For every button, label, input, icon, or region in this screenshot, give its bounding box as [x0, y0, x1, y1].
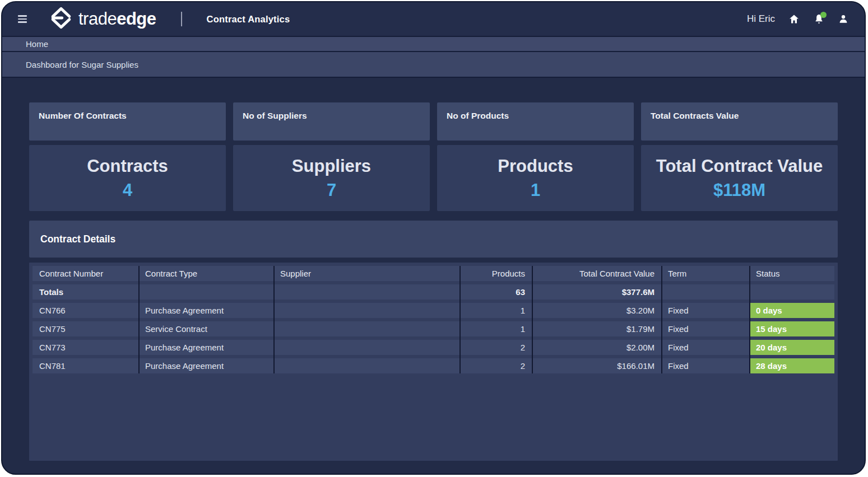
brand-logo-icon	[49, 6, 73, 32]
cell-total-value: $3.20M	[532, 303, 661, 318]
page-title: Contract Analytics	[207, 14, 290, 25]
kpi-card-body: Total Contract Value $118M	[641, 145, 838, 211]
cell-products: 2	[459, 340, 532, 355]
kpi-card-row: Number Of Contracts Contracts 4 No of Su…	[29, 102, 838, 211]
section-title: Contract Details	[40, 233, 115, 245]
cell-term: Fixed	[661, 303, 749, 318]
status-badge: 0 days	[749, 303, 834, 318]
column-separator	[661, 266, 662, 373]
status-badge: 28 days	[749, 358, 834, 373]
cell-total-value: $1.79M	[532, 321, 661, 336]
cell-products: 1	[459, 321, 532, 336]
column-header-contract-type[interactable]: Contract Type	[138, 266, 273, 281]
column-separator	[749, 266, 750, 373]
column-separator	[138, 266, 140, 373]
nav-home-label: Home	[26, 39, 48, 49]
cell-supplier	[273, 358, 459, 373]
cell-total-value: $166.01M	[532, 358, 661, 373]
user-icon[interactable]	[838, 13, 849, 25]
table-row[interactable]: CN773 Purchase Agreement 2 $2.00M Fixed …	[33, 340, 834, 355]
contract-details-panel: Contract Number Contract Type Supplier P…	[29, 263, 838, 461]
table-header-row: Contract Number Contract Type Supplier P…	[33, 266, 834, 281]
table-row[interactable]: CN766 Purchase Agreement 1 $3.20M Fixed …	[33, 303, 834, 318]
user-greeting: Hi Eric	[747, 13, 775, 25]
cell-products: 1	[459, 303, 532, 318]
status-badge: 20 days	[749, 340, 834, 355]
cell-products: 2	[459, 358, 532, 373]
kpi-card-body: Suppliers 7	[233, 145, 430, 211]
breadcrumb: Dashboard for Sugar Supplies	[2, 51, 865, 78]
kpi-value: 1	[531, 180, 540, 200]
column-separator	[273, 266, 275, 373]
kpi-card-body: Contracts 4	[29, 145, 226, 211]
cell-contract-type: Service Contract	[138, 321, 273, 336]
cell-contract-type: Purchase Agreement	[138, 303, 273, 318]
cell-supplier	[273, 321, 459, 336]
column-header-contract-number[interactable]: Contract Number	[33, 266, 138, 281]
kpi-card-body: Products 1	[437, 145, 634, 211]
contracts-table: Contract Number Contract Type Supplier P…	[33, 266, 834, 373]
kpi-title: Products	[498, 156, 573, 176]
topbar-actions: Hi Eric	[747, 13, 849, 25]
bell-icon[interactable]	[813, 13, 824, 25]
table-totals-row: Totals 63 $377.6M	[33, 284, 834, 300]
totals-supplier	[273, 284, 459, 300]
column-separator	[459, 266, 461, 373]
kpi-card-header: No of Products	[437, 102, 634, 141]
cell-contract-number: CN775	[33, 321, 138, 336]
column-header-supplier[interactable]: Supplier	[273, 266, 459, 281]
cell-term: Fixed	[661, 358, 749, 373]
cell-contract-number: CN781	[33, 358, 138, 373]
table-row[interactable]: CN775 Service Contract 1 $1.79M Fixed 15…	[33, 321, 834, 336]
app-window: tradeedge Contract Analytics Hi Eric Hom…	[1, 1, 866, 475]
cell-contract-type: Purchase Agreement	[138, 358, 273, 373]
totals-status	[749, 284, 834, 300]
cell-term: Fixed	[661, 340, 749, 355]
cell-supplier	[273, 303, 459, 318]
kpi-title: Contracts	[87, 156, 168, 176]
kpi-card-header: Number Of Contracts	[29, 102, 226, 141]
kpi-value: $118M	[713, 180, 765, 200]
cell-term: Fixed	[661, 321, 749, 336]
column-header-term[interactable]: Term	[661, 266, 749, 281]
cell-supplier	[273, 340, 459, 355]
kpi-card-contracts: Number Of Contracts Contracts 4	[29, 102, 226, 211]
nav-item-home[interactable]: Home	[2, 36, 865, 51]
cell-total-value: $2.00M	[532, 340, 661, 355]
section-header-contract-details: Contract Details	[29, 221, 838, 258]
brand-name: tradeedge	[78, 9, 156, 29]
main-content: Number Of Contracts Contracts 4 No of Su…	[2, 78, 865, 461]
kpi-card-products: No of Products Products 1	[437, 102, 634, 211]
notification-dot	[820, 12, 827, 18]
title-separator	[181, 12, 182, 26]
home-icon[interactable]	[788, 13, 800, 25]
column-header-total-value[interactable]: Total Contract Value	[532, 266, 661, 281]
kpi-card-suppliers: No of Suppliers Suppliers 7	[233, 102, 430, 211]
totals-products: 63	[459, 284, 532, 300]
hamburger-menu-icon[interactable]	[18, 15, 27, 23]
cell-contract-type: Purchase Agreement	[138, 340, 273, 355]
breadcrumb-current: Dashboard for Sugar Supplies	[26, 60, 138, 69]
totals-type	[138, 284, 273, 300]
totals-total-value: $377.6M	[532, 284, 661, 300]
column-separator	[532, 266, 533, 373]
kpi-value: 7	[327, 180, 336, 200]
cell-contract-number: CN773	[33, 340, 138, 355]
status-badge: 15 days	[749, 321, 834, 336]
kpi-card-header: Total Contracts Value	[641, 102, 838, 141]
totals-term	[661, 284, 749, 300]
kpi-card-total-value: Total Contracts Value Total Contract Val…	[641, 102, 838, 211]
kpi-value: 4	[123, 180, 132, 200]
kpi-title: Total Contract Value	[656, 156, 823, 176]
column-header-products[interactable]: Products	[459, 266, 532, 281]
table-row[interactable]: CN781 Purchase Agreement 2 $166.01M Fixe…	[33, 358, 834, 373]
cell-contract-number: CN766	[33, 303, 138, 318]
kpi-title: Suppliers	[292, 156, 371, 176]
top-navbar: tradeedge Contract Analytics Hi Eric	[2, 2, 865, 36]
brand-logo[interactable]: tradeedge	[49, 6, 156, 32]
column-header-status[interactable]: Status	[749, 266, 834, 281]
kpi-card-header: No of Suppliers	[233, 102, 430, 141]
totals-label: Totals	[33, 284, 138, 300]
